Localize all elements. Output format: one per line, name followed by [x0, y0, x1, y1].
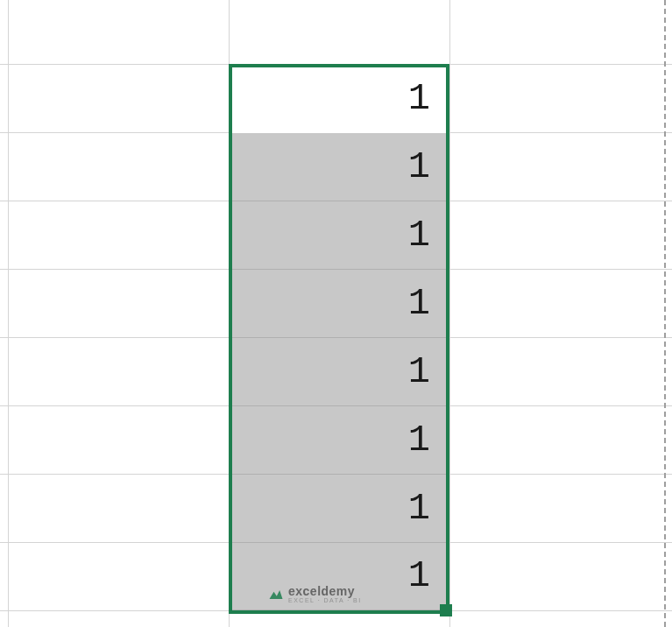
gridline-v [449, 0, 450, 627]
watermark: exceldemy EXCEL · DATA · BI [267, 585, 362, 603]
cell-selected[interactable]: 1 [232, 133, 446, 201]
cell-selected[interactable]: 1 [232, 406, 446, 475]
gridline-v [229, 0, 230, 627]
spreadsheet-grid[interactable]: 1 1 1 1 1 1 1 1 exceldemy EXCEL · DATA ·… [0, 0, 672, 627]
page-break-line [664, 0, 666, 627]
cell-value: 1 [408, 555, 430, 597]
gridline-h [0, 610, 672, 611]
cell-selected[interactable]: 1 [232, 201, 446, 270]
cell-selected[interactable]: 1 [232, 475, 446, 543]
cell-value: 1 [408, 351, 430, 393]
cell-selected[interactable]: 1 [232, 338, 446, 406]
cell-value: 1 [408, 488, 430, 530]
gridline-v [8, 0, 9, 627]
cell-value: 1 [408, 419, 430, 461]
watermark-tagline: EXCEL · DATA · BI [288, 597, 362, 603]
cell-value: 1 [408, 78, 430, 120]
cell-selected[interactable]: 1 [232, 270, 446, 338]
watermark-icon [267, 586, 285, 603]
cell-active[interactable]: 1 [232, 65, 446, 133]
cell-value: 1 [408, 215, 430, 257]
watermark-brand: exceldemy [288, 585, 362, 597]
cell-value: 1 [408, 283, 430, 325]
cell-value: 1 [408, 146, 430, 188]
